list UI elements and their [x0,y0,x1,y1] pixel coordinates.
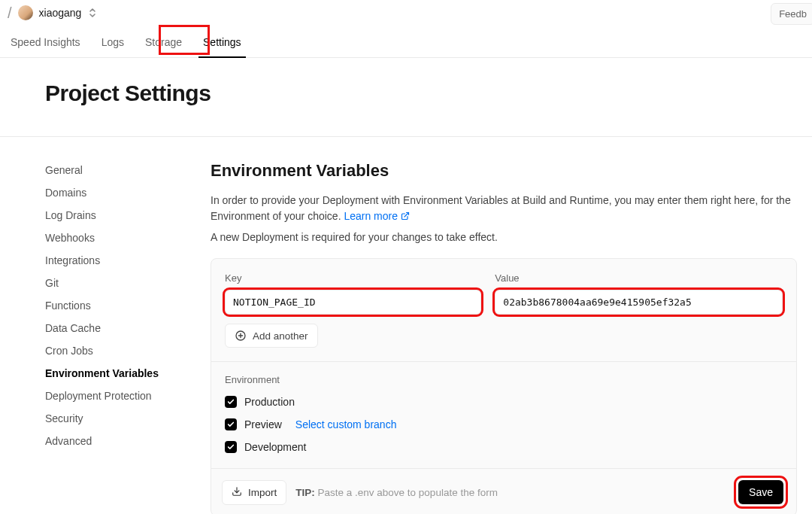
checkbox-development-label: Development [244,441,307,453]
env-var-card: Key Value Add another Environment [211,258,797,514]
breadcrumb-slash: / [8,5,12,22]
sidebar-item-general[interactable]: General [45,164,195,176]
sidebar-item-functions[interactable]: Functions [45,300,195,312]
sidebar-item-cron-jobs[interactable]: Cron Jobs [45,345,195,357]
svg-line-0 [404,213,409,217]
checkbox-preview[interactable] [225,418,237,430]
section-description-text: In order to provide your Deployment with… [211,194,791,222]
key-label: Key [225,272,481,284]
scope-switcher-icon[interactable] [87,8,98,18]
tip-body: Paste a .env above to populate the form [315,487,498,498]
value-label: Value [495,272,783,284]
checkbox-production-label: Production [244,396,295,408]
page-title: Project Settings [45,81,767,106]
save-button[interactable]: Save [738,480,783,504]
section-description: In order to provide your Deployment with… [211,193,797,225]
checkbox-development[interactable] [225,441,237,453]
sidebar-item-advanced[interactable]: Advanced [45,435,195,447]
external-link-icon [401,209,410,225]
tab-storage[interactable]: Storage [142,30,185,57]
sidebar-item-domains[interactable]: Domains [45,187,195,199]
learn-more-label: Learn more [344,210,398,222]
sidebar-item-integrations[interactable]: Integrations [45,254,195,266]
section-heading: Environment Variables [211,161,797,181]
breadcrumb: / xiaogang [8,5,98,22]
settings-sidebar: General Domains Log Drains Webhooks Inte… [45,161,211,514]
select-custom-branch-link[interactable]: Select custom branch [295,418,397,430]
feedback-button[interactable]: Feedb [771,3,812,25]
avatar[interactable] [18,5,33,20]
sidebar-item-security[interactable]: Security [45,412,195,424]
tab-settings[interactable]: Settings [200,30,244,57]
project-name[interactable]: xiaogang [39,7,82,19]
checkbox-production[interactable] [225,396,237,408]
learn-more-link[interactable]: Learn more [344,210,410,222]
checkbox-preview-label: Preview [244,418,282,430]
sidebar-item-webhooks[interactable]: Webhooks [45,232,195,244]
project-tabs: Speed Insights Logs Storage Settings [0,26,812,58]
section-note: A new Deployment is required for your ch… [211,231,797,243]
add-another-button[interactable]: Add another [225,324,318,348]
tip-text: TIP: Paste a .env above to populate the … [295,487,498,498]
sidebar-item-git[interactable]: Git [45,277,195,289]
plus-circle-icon [235,330,247,342]
add-another-label: Add another [253,330,308,342]
import-button[interactable]: Import [222,480,286,505]
sidebar-item-data-cache[interactable]: Data Cache [45,322,195,334]
import-label: Import [248,487,277,498]
tip-label: TIP: [295,487,315,498]
environment-label: Environment [225,374,783,385]
tab-logs[interactable]: Logs [98,30,127,57]
sidebar-item-deployment-protection[interactable]: Deployment Protection [45,390,195,402]
highlight-save-button: Save [736,478,786,506]
env-key-input[interactable] [225,290,481,315]
sidebar-item-environment-variables[interactable]: Environment Variables [45,367,195,379]
env-value-input[interactable] [495,290,783,315]
tab-speed-insights[interactable]: Speed Insights [8,30,83,57]
download-icon [232,486,242,499]
sidebar-item-log-drains[interactable]: Log Drains [45,209,195,221]
